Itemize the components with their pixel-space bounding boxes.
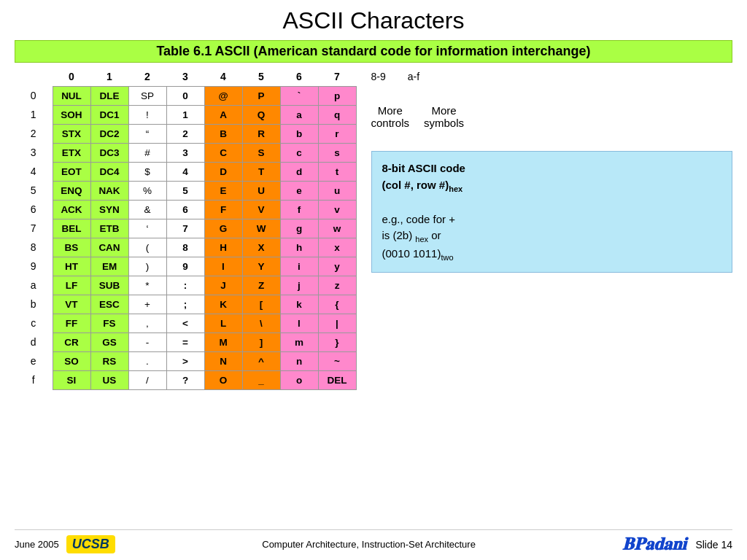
cell-r13c3: = (166, 332, 204, 351)
cell-r6c3: 6 (166, 200, 204, 219)
cell-r5c6: e (280, 181, 318, 200)
cell-r3c7: s (318, 143, 356, 162)
cell-r5c3: 5 (166, 181, 204, 200)
cell-r9c3: 9 (166, 257, 204, 276)
info-line3: e.g., code for + (382, 211, 722, 228)
table-section: 0 1 2 3 4 5 6 7 0NULDLESP0@P`p1SOHDC1!1A… (15, 67, 357, 526)
cell-r5c5: U (242, 181, 280, 200)
table-caption: Table 6.1 ASCII (American standard code … (15, 40, 732, 63)
cell-r15c4: O (204, 370, 242, 389)
row-header-1: 1 (15, 105, 53, 124)
row-header-2: 2 (15, 124, 53, 143)
cell-r10c1: SUB (90, 276, 128, 295)
cell-r11c4: K (204, 295, 242, 314)
cell-r7c3: 7 (166, 219, 204, 238)
cell-r1c6: a (280, 105, 318, 124)
row-header-8: 8 (15, 238, 53, 257)
cell-r7c4: G (204, 219, 242, 238)
table-row: cFFFS,<L\l| (15, 314, 356, 332)
cell-r14c7: ~ (318, 351, 356, 370)
cell-r12c0: FF (53, 314, 90, 332)
cell-r6c1: SYN (90, 200, 128, 219)
cell-r6c4: F (204, 200, 242, 219)
page-title: ASCII Characters (15, 7, 732, 34)
cell-r6c7: v (318, 200, 356, 219)
cell-r13c6: m (280, 332, 318, 351)
cell-r10c2: * (128, 276, 166, 295)
col-header-0: 0 (53, 67, 90, 86)
cell-r9c4: I (204, 257, 242, 276)
cell-r6c0: ACK (53, 200, 90, 219)
cell-r5c4: E (204, 181, 242, 200)
info-line2: (col #, row #)hex (382, 177, 722, 195)
table-row: 1SOHDC1!1AQaq (15, 105, 356, 124)
corner-cell (15, 67, 53, 86)
row-header-5: 5 (15, 181, 53, 200)
cell-r3c6: c (280, 143, 318, 162)
cell-r12c2: , (128, 314, 166, 332)
slide-number: Slide 14 (695, 539, 732, 551)
cell-r11c7: { (318, 295, 356, 314)
cell-r3c0: ETX (53, 143, 90, 162)
table-row: 6ACKSYN&6FVfv (15, 200, 356, 219)
right-section: 8-9 a-f More controls More symbols 8-bit… (364, 67, 733, 526)
cell-r0c3: 0 (166, 86, 204, 105)
cell-r0c2: SP (128, 86, 166, 105)
cell-r0c4: @ (204, 86, 242, 105)
cell-r4c3: 4 (166, 162, 204, 181)
cell-r5c2: % (128, 181, 166, 200)
cell-r10c3: : (166, 276, 204, 295)
cell-r14c0: SO (53, 351, 90, 370)
cell-r0c0: NUL (53, 86, 90, 105)
cell-r2c5: R (242, 124, 280, 143)
cell-r11c2: + (128, 295, 166, 314)
cell-r10c7: z (318, 276, 356, 295)
table-row: bVTESC+;K[k{ (15, 295, 356, 314)
cell-r12c4: L (204, 314, 242, 332)
cell-r4c6: d (280, 162, 318, 181)
row-header-0: 0 (15, 86, 53, 105)
cell-r12c3: < (166, 314, 204, 332)
cell-r11c0: VT (53, 295, 90, 314)
cell-r10c0: LF (53, 276, 90, 295)
cell-r15c6: o (280, 370, 318, 389)
cell-r8c4: H (204, 238, 242, 257)
col-header-2: 2 (128, 67, 166, 86)
cell-r12c7: | (318, 314, 356, 332)
footer-date: June 2005 (15, 539, 59, 550)
cell-r1c0: SOH (53, 105, 90, 124)
cell-r8c1: CAN (90, 238, 128, 257)
row-header-f: f (15, 370, 53, 389)
table-row: aLFSUB*:JZjz (15, 276, 356, 295)
cell-r13c7: } (318, 332, 356, 351)
row-header-4: 4 (15, 162, 53, 181)
cell-r13c2: - (128, 332, 166, 351)
cell-r8c3: 8 (166, 238, 204, 257)
info-box: 8-bit ASCII code (col #, row #)hex e.g.,… (371, 151, 733, 273)
page: ASCII Characters Table 6.1 ASCII (Americ… (0, 0, 747, 560)
cell-r14c3: > (166, 351, 204, 370)
more-controls-block: More controls (371, 104, 410, 129)
more-controls-area: More controls More symbols (371, 104, 733, 129)
ascii-table: 0 1 2 3 4 5 6 7 0NULDLESP0@P`p1SOHDC1!1A… (15, 67, 357, 390)
more-symbols-line1: More (431, 104, 456, 117)
cell-r9c5: Y (242, 257, 280, 276)
cell-r1c5: Q (242, 105, 280, 124)
cell-r12c1: FS (90, 314, 128, 332)
cell-r1c2: ! (128, 105, 166, 124)
cell-r6c5: V (242, 200, 280, 219)
cell-r12c6: l (280, 314, 318, 332)
cell-r7c5: W (242, 219, 280, 238)
cell-r6c6: f (280, 200, 318, 219)
row-header-d: d (15, 332, 53, 351)
cell-r1c4: A (204, 105, 242, 124)
cell-r8c0: BS (53, 238, 90, 257)
cell-r2c2: “ (128, 124, 166, 143)
cell-r8c2: ( (128, 238, 166, 257)
cell-r5c1: NAK (90, 181, 128, 200)
cell-r7c1: ETB (90, 219, 128, 238)
table-row: dCRGS-=M]m} (15, 332, 356, 351)
footer-center: Computer Architecture, Instruction-Set A… (262, 539, 476, 550)
col-header-4: 4 (204, 67, 242, 86)
more-symbols-block: More symbols (424, 104, 464, 129)
